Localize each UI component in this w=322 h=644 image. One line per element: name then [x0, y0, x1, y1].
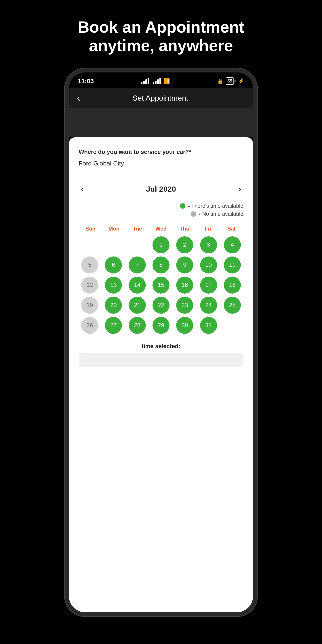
- battery-box: 55: [226, 77, 234, 85]
- day-header-sat: Sat: [220, 224, 243, 234]
- page-title: Book an Appointment anytime, anywhere: [60, 18, 262, 55]
- legend-label-unavailable: - No time available: [199, 211, 243, 217]
- calendar-day[interactable]: 5: [81, 256, 98, 274]
- phone-screen: 11:03 📶: [69, 72, 253, 612]
- calendar-day[interactable]: 10: [200, 256, 217, 274]
- calendar-day: [129, 236, 146, 253]
- calendar-day[interactable]: 16: [176, 276, 193, 294]
- status-icons: 📶: [141, 78, 170, 84]
- calendar-month-year: Jul 2020: [146, 185, 176, 194]
- calendar-day: [105, 236, 122, 253]
- status-bar: 11:03 📶: [69, 72, 253, 88]
- calendar-day[interactable]: 9: [176, 256, 193, 274]
- lock-icon: 🔒: [217, 78, 223, 84]
- day-header-fri: Fri: [196, 224, 220, 234]
- time-selected-label: time selected:: [79, 343, 243, 350]
- battery-indicator: 55: [226, 77, 236, 85]
- calendar-day[interactable]: 28: [129, 317, 146, 334]
- header-title: Set Appointment: [84, 94, 236, 102]
- calendar-day[interactable]: 23: [176, 297, 193, 314]
- app-header: ‹ Set Appointment: [69, 88, 253, 108]
- dark-section: [69, 108, 253, 137]
- legend-label-available: - There's time available: [188, 203, 243, 209]
- status-right: 🔒 55 ⚡: [217, 77, 244, 85]
- back-button[interactable]: ‹: [77, 94, 80, 103]
- calendar-day[interactable]: 3: [200, 236, 217, 253]
- calendar-day[interactable]: 31: [200, 317, 217, 334]
- legend-dot-gray: [191, 211, 196, 217]
- day-header-thu: Thu: [173, 224, 196, 234]
- service-question-label: Where do you want to service your car?*: [79, 148, 243, 156]
- day-header-tue: Tue: [126, 224, 149, 234]
- calendar-day[interactable]: 21: [129, 297, 146, 314]
- time-selected-bar: [79, 353, 243, 367]
- day-headers: Sun Mon Tue Wed Thu Fri Sat: [79, 224, 243, 234]
- calendar-day[interactable]: 15: [152, 276, 170, 294]
- calendar-day[interactable]: 7: [129, 256, 146, 274]
- battery-tip: [234, 80, 236, 82]
- calendar-day[interactable]: 17: [200, 276, 217, 294]
- calendar-day[interactable]: 19: [81, 297, 98, 314]
- service-location-value[interactable]: Ford Global City: [79, 160, 243, 171]
- charging-icon: ⚡: [238, 78, 244, 84]
- calendar-header: ‹ Jul 2020 ›: [79, 182, 243, 196]
- calendar-legend: - There's time available - No time avail…: [79, 203, 243, 217]
- calendar-day[interactable]: 24: [200, 297, 217, 314]
- calendar-day[interactable]: 12: [81, 276, 98, 294]
- legend-dot-green: [180, 203, 185, 209]
- calendar-grid: 1234567891011121314151617181920212223242…: [79, 236, 243, 334]
- phone-frame: 11:03 📶: [65, 68, 257, 616]
- calendar-next-button[interactable]: ›: [236, 182, 243, 196]
- wifi-icon: 📶: [163, 78, 170, 84]
- calendar-day[interactable]: 13: [105, 276, 122, 294]
- calendar-day[interactable]: 14: [129, 276, 146, 294]
- calendar-day[interactable]: 22: [152, 297, 170, 314]
- day-header-wed: Wed: [149, 224, 173, 234]
- day-header-sun: Sun: [79, 224, 102, 234]
- calendar-day[interactable]: 26: [81, 317, 98, 334]
- legend-item-available: - There's time available: [180, 203, 243, 209]
- white-card: Where do you want to service your car?* …: [69, 137, 253, 612]
- calendar-day[interactable]: 18: [224, 276, 241, 294]
- calendar-day[interactable]: 8: [152, 256, 170, 274]
- day-header-mon: Mon: [102, 224, 126, 234]
- calendar-day[interactable]: 1: [152, 236, 170, 253]
- legend-item-unavailable: - No time available: [191, 211, 243, 217]
- calendar-day[interactable]: 27: [105, 317, 122, 334]
- phone-mockup: 11:03 📶: [65, 68, 257, 616]
- time-selected-section: time selected:: [79, 343, 243, 367]
- calendar-prev-button[interactable]: ‹: [79, 182, 86, 196]
- calendar-day[interactable]: 25: [224, 297, 241, 314]
- signal-icon: [141, 78, 149, 84]
- calendar-day: [81, 236, 98, 253]
- calendar-day[interactable]: 6: [105, 256, 122, 274]
- calendar-day[interactable]: 11: [224, 256, 241, 274]
- status-time: 11:03: [78, 78, 94, 85]
- calendar-day[interactable]: 29: [152, 317, 170, 334]
- calendar-day: [224, 317, 241, 334]
- calendar-day[interactable]: 30: [176, 317, 193, 334]
- calendar-day[interactable]: 4: [224, 236, 241, 253]
- calendar-day[interactable]: 2: [176, 236, 193, 253]
- calendar-day[interactable]: 20: [105, 297, 122, 314]
- signal-icon-2: [153, 78, 161, 84]
